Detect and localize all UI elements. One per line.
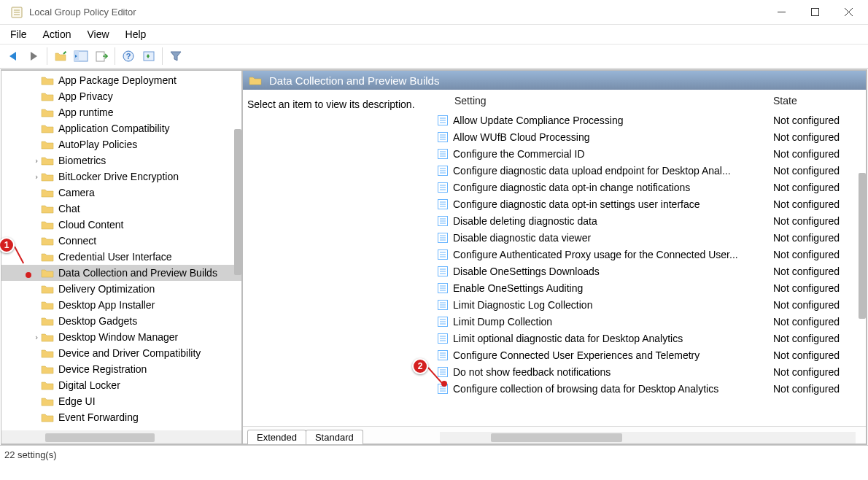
setting-row[interactable]: Allow Update Compliance ProcessingNot co… [435, 112, 866, 128]
setting-row[interactable]: Limit Diagnostic Log CollectionNot confi… [435, 296, 866, 313]
setting-name: Disable deleting diagnostic data [453, 215, 773, 227]
setting-row[interactable]: Enable OneSettings AuditingNot configure… [435, 279, 866, 296]
tree-item[interactable]: Connect [1, 233, 241, 249]
setting-row[interactable]: Do not show feedback notificationsNot co… [435, 363, 866, 380]
expander-icon[interactable]: › [32, 172, 41, 182]
details-header-title: Data Collection and Preview Builds [269, 74, 439, 87]
setting-row[interactable]: Configure diagnostic data upload endpoin… [435, 162, 866, 179]
setting-row[interactable]: Disable OneSettings DownloadsNot configu… [435, 263, 866, 279]
tree-item[interactable]: App Package Deployment [1, 72, 241, 88]
folder-icon [41, 75, 54, 85]
tree-item[interactable]: App Privacy [1, 88, 241, 104]
window-title: Local Group Policy Editor [29, 7, 136, 18]
menu-action[interactable]: Action [43, 28, 71, 40]
setting-row[interactable]: Configure collection of browsing data fo… [435, 380, 866, 397]
toolbar: ? [0, 44, 868, 69]
folder-icon [41, 107, 54, 117]
setting-state: Not configured [773, 131, 866, 143]
setting-state: Not configured [773, 383, 866, 395]
menubar: File Action View Help [0, 25, 868, 44]
tree-item[interactable]: App runtime [1, 104, 241, 120]
folder-icon [41, 91, 54, 101]
tree-item[interactable]: Camera [1, 185, 241, 201]
setting-state: Not configured [773, 148, 866, 160]
settings-column-headers: Setting State [435, 90, 866, 112]
tab-standard[interactable]: Standard [306, 430, 363, 444]
tree-item[interactable]: Desktop App Installer [1, 297, 241, 313]
menu-file[interactable]: File [10, 28, 27, 40]
tree-item[interactable]: ›BitLocker Drive Encryption [1, 169, 241, 185]
tree-item[interactable]: Device Registration [1, 361, 241, 377]
settings-horizontal-scrollbar[interactable] [491, 433, 622, 442]
policy-icon [437, 215, 449, 227]
setting-state: Not configured [773, 198, 866, 210]
details-pane: Data Collection and Preview Builds Selec… [243, 69, 867, 445]
policy-icon [437, 349, 449, 361]
policy-icon [437, 131, 449, 143]
setting-row[interactable]: Configure the Commercial IDNot configure… [435, 145, 866, 162]
tree-item[interactable]: AutoPlay Policies [1, 136, 241, 152]
expander-icon[interactable]: › [32, 156, 41, 166]
close-button[interactable] [832, 1, 865, 23]
setting-row[interactable]: Configure diagnostic data opt-in setting… [435, 196, 866, 212]
help-button[interactable]: ? [118, 46, 139, 66]
details-vertical-scrollbar[interactable] [859, 173, 866, 319]
expander-icon[interactable]: › [32, 333, 41, 342]
app-icon [10, 6, 23, 19]
folder-icon [249, 75, 262, 85]
menu-view[interactable]: View [87, 28, 109, 40]
tree-item[interactable]: Desktop Gadgets [1, 313, 241, 329]
tree-item[interactable]: Edge UI [1, 393, 241, 409]
show-hide-tree-button[interactable] [71, 46, 91, 66]
statusbar-text: 22 setting(s) [4, 449, 57, 460]
tree-item[interactable]: Event Forwarding [1, 409, 241, 425]
properties-button[interactable] [139, 46, 159, 66]
tree-vertical-scrollbar[interactable] [234, 129, 241, 275]
setting-row[interactable]: Allow WUfB Cloud ProcessingNot configure… [435, 128, 866, 145]
policy-icon [437, 165, 449, 177]
folder-icon [41, 171, 54, 182]
setting-row[interactable]: Disable deleting diagnostic dataNot conf… [435, 212, 866, 229]
tree-item-label: Credential User Interface [58, 251, 172, 263]
menu-help[interactable]: Help [125, 28, 147, 40]
setting-name: Limit optional diagnostic data for Deskt… [453, 333, 773, 344]
filter-button[interactable] [166, 46, 186, 66]
column-header-state[interactable]: State [773, 95, 866, 107]
setting-row[interactable]: Limit optional diagnostic data for Deskt… [435, 330, 866, 347]
back-button[interactable] [3, 46, 23, 66]
setting-row[interactable]: Configure Connected User Experiences and… [435, 347, 866, 363]
setting-row[interactable]: Configure diagnostic data opt-in change … [435, 179, 866, 196]
tree-item[interactable]: Cloud Content [1, 217, 241, 233]
export-button[interactable] [91, 46, 112, 66]
tree-item-label: Chat [58, 203, 80, 214]
tree-item[interactable]: Delivery Optimization [1, 281, 241, 297]
tree-item[interactable]: Credential User Interface [1, 249, 241, 265]
tree-item[interactable]: Device and Driver Compatibility [1, 345, 241, 361]
tree-item[interactable]: Data Collection and Preview Builds [1, 265, 241, 281]
folder-icon [41, 380, 54, 390]
folder-icon [41, 412, 54, 422]
column-header-setting[interactable]: Setting [435, 95, 773, 107]
tree-item[interactable]: ›Desktop Window Manager [1, 329, 241, 345]
svg-rect-5 [811, 9, 818, 16]
up-button[interactable] [50, 46, 71, 66]
tree-item-label: Desktop Gadgets [58, 315, 137, 327]
tree-item-label: Desktop Window Manager [58, 331, 178, 343]
tree-item[interactable]: Digital Locker [1, 377, 241, 393]
tree-item[interactable]: Chat [1, 201, 241, 217]
setting-name: Configure diagnostic data opt-in change … [453, 182, 773, 193]
tab-extended[interactable]: Extended [247, 430, 306, 444]
policy-icon [437, 316, 449, 328]
forward-button[interactable] [23, 46, 44, 66]
folder-icon [41, 252, 54, 262]
maximize-button[interactable] [798, 1, 832, 23]
setting-row[interactable]: Disable diagnostic data viewerNot config… [435, 229, 866, 246]
tree-horizontal-scrollbar[interactable] [45, 433, 155, 442]
tree-item[interactable]: Application Compatibility [1, 120, 241, 136]
tree-item-label: App Package Deployment [58, 74, 177, 86]
setting-row[interactable]: Limit Dump CollectionNot configured [435, 313, 866, 330]
folder-icon [41, 123, 54, 133]
tree-item[interactable]: ›Biometrics [1, 152, 241, 169]
minimize-button[interactable] [764, 1, 798, 23]
setting-row[interactable]: Configure Authenticated Proxy usage for … [435, 246, 866, 263]
